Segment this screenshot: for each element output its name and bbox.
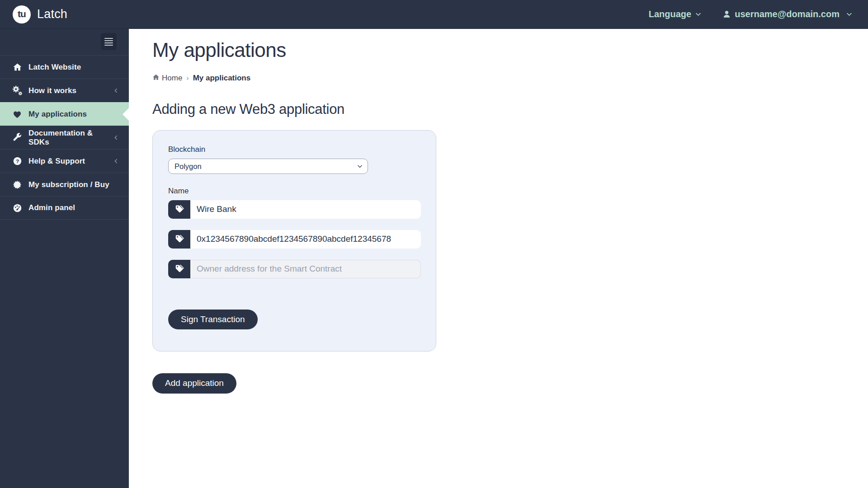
breadcrumb-current: My applications xyxy=(193,74,251,83)
web3-application-form-card: Blockchain Polygon Name xyxy=(152,130,436,352)
sidebar-item-help-support[interactable]: ? Help & Support xyxy=(0,149,129,173)
breadcrumb-separator: › xyxy=(185,74,189,82)
language-label: Language xyxy=(649,9,691,19)
topbar-right: Language username@domain.com xyxy=(649,9,868,19)
user-menu[interactable]: username@domain.com xyxy=(722,9,853,19)
contract-address-input[interactable] xyxy=(190,230,421,249)
sidebar-item-label: How it works xyxy=(28,86,113,95)
sidebar-item-admin-panel[interactable]: Admin panel xyxy=(0,196,129,220)
user-email: username@domain.com xyxy=(735,9,840,19)
owner-address-input-group xyxy=(168,260,421,278)
badge-icon xyxy=(11,180,24,189)
sidebar-item-label: My subscription / Buy xyxy=(28,180,119,189)
sidebar-item-documentation-sdks[interactable]: Documentation & SDKs xyxy=(0,126,129,149)
wrench-icon xyxy=(11,133,24,142)
home-icon xyxy=(11,62,24,72)
sidebar-item-subscription-buy[interactable]: My subscription / Buy xyxy=(0,173,129,196)
sidebar: Latch Website xyxy=(0,29,129,488)
blockchain-label: Blockchain xyxy=(168,145,420,154)
contract-address-input-group xyxy=(168,230,421,249)
add-application-button[interactable]: Add application xyxy=(152,373,236,394)
cogs-icon xyxy=(11,85,24,96)
logo-monogram: tu xyxy=(18,9,26,19)
blockchain-select-wrap: Polygon xyxy=(168,159,368,174)
chevron-down-icon xyxy=(695,11,702,18)
sidebar-item-label: Latch Website xyxy=(28,63,119,72)
sidebar-toggle-button[interactable] xyxy=(101,33,117,50)
brand-name: Latch xyxy=(37,7,67,21)
chevron-left-icon xyxy=(113,88,119,94)
name-label: Name xyxy=(168,187,420,196)
app-name-input[interactable] xyxy=(190,200,421,219)
sidebar-item-latch-website[interactable]: Latch Website xyxy=(0,55,129,79)
svg-text:?: ? xyxy=(15,158,19,164)
home-icon xyxy=(152,74,160,83)
latch-logo-icon: tu xyxy=(13,5,31,23)
user-icon xyxy=(722,10,731,19)
breadcrumb-home-label: Home xyxy=(162,74,182,83)
sidebar-nav: Latch Website xyxy=(0,55,129,220)
brand[interactable]: tu Latch xyxy=(0,5,67,23)
sidebar-item-how-it-works[interactable]: How it works xyxy=(0,79,129,102)
chevron-left-icon xyxy=(113,158,119,164)
sidebar-item-my-applications[interactable]: My applications xyxy=(0,102,129,126)
chevron-down-icon xyxy=(846,11,853,18)
dashboard-icon xyxy=(11,203,24,213)
tag-icon xyxy=(168,260,190,278)
section-heading: Adding a new Web3 application xyxy=(152,101,868,117)
topbar: tu Latch Language username@domain.com xyxy=(0,0,868,29)
heart-icon xyxy=(11,109,24,119)
tag-icon xyxy=(168,200,190,219)
breadcrumb: Home › My applications xyxy=(152,74,868,83)
question-circle-icon: ? xyxy=(11,156,24,166)
language-menu[interactable]: Language xyxy=(649,9,702,19)
sidebar-item-label: Admin panel xyxy=(28,203,119,212)
breadcrumb-home-link[interactable]: Home xyxy=(152,74,182,83)
app-name-input-group xyxy=(168,200,421,219)
chevron-left-icon xyxy=(113,135,119,141)
sidebar-item-label: Help & Support xyxy=(28,157,113,166)
page-title: My applications xyxy=(152,39,868,62)
sidebar-item-label: My applications xyxy=(28,110,119,119)
sign-transaction-button[interactable]: Sign Transaction xyxy=(168,310,258,329)
owner-address-input[interactable] xyxy=(190,260,421,278)
sidebar-item-label: Documentation & SDKs xyxy=(28,129,113,147)
blockchain-select[interactable]: Polygon xyxy=(168,159,368,174)
main-content: My applications Home › My applications A… xyxy=(129,29,868,488)
tag-icon xyxy=(168,230,190,249)
